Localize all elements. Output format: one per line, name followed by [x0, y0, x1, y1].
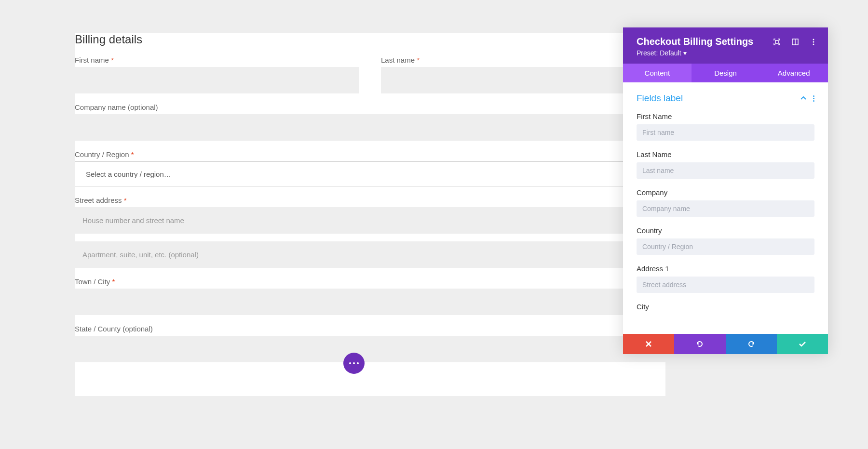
setting-city: City	[637, 303, 814, 311]
country-label-text: Country / Region	[75, 150, 129, 158]
more-icon[interactable]	[810, 38, 817, 46]
columns-icon[interactable]	[791, 38, 799, 46]
svg-point-5	[813, 43, 814, 45]
fab-more-button[interactable]	[343, 353, 365, 374]
state-label: State / County (optional)	[75, 325, 665, 333]
undo-icon	[696, 340, 704, 348]
section-more-icon[interactable]	[813, 95, 814, 102]
city-label: Town / City *	[75, 277, 665, 286]
panel-preset-text: Preset: Default	[637, 49, 681, 57]
country-select[interactable]: Select a country / region…	[75, 161, 665, 186]
chevron-up-icon[interactable]	[800, 96, 806, 100]
setting-last-name: Last Name	[637, 150, 814, 179]
undo-button[interactable]	[674, 334, 725, 354]
setting-input-country[interactable]	[637, 238, 814, 255]
setting-label: Company	[637, 188, 814, 197]
city-input[interactable]	[75, 289, 665, 315]
panel-header: Checkout Billing Settings	[623, 27, 828, 64]
setting-label: Address 1	[637, 264, 814, 273]
first-name-label: First name *	[75, 56, 359, 64]
street-label-text: Street address	[75, 196, 122, 204]
street-label: Street address *	[75, 196, 665, 204]
tab-content[interactable]: Content	[623, 64, 692, 82]
first-name-label-text: First name	[75, 56, 109, 64]
setting-label: First Name	[637, 112, 814, 120]
required-mark: *	[112, 277, 115, 286]
tab-design[interactable]: Design	[692, 64, 760, 82]
setting-input-address1[interactable]	[637, 277, 814, 293]
dot-icon	[357, 362, 359, 364]
state-input[interactable]	[75, 336, 665, 362]
first-name-input[interactable]	[75, 67, 359, 93]
form-title: Billing details	[75, 33, 665, 46]
setting-country: Country	[637, 226, 814, 255]
required-mark: *	[131, 150, 134, 158]
setting-first-name: First Name	[637, 112, 814, 141]
section-header: Fields label	[637, 93, 814, 104]
required-mark: *	[417, 56, 420, 64]
setting-input-company[interactable]	[637, 200, 814, 217]
cancel-button[interactable]	[623, 334, 674, 354]
company-label: Company name (optional)	[75, 103, 665, 111]
setting-input-first-name[interactable]	[637, 124, 814, 141]
dot-icon	[353, 362, 355, 364]
country-label: Country / Region *	[75, 150, 665, 158]
chevron-down-icon: ▾	[683, 49, 687, 57]
last-name-label-text: Last name	[381, 56, 415, 64]
panel-body[interactable]: Fields label First Name Last Name	[623, 82, 828, 334]
tab-advanced[interactable]: Advanced	[760, 64, 828, 82]
dot-icon	[349, 362, 351, 364]
required-mark: *	[111, 56, 114, 64]
setting-label: City	[637, 303, 814, 311]
svg-point-4	[813, 41, 814, 42]
expand-icon[interactable]	[773, 38, 781, 46]
settings-panel: Checkout Billing Settings	[623, 27, 828, 354]
setting-label: Last Name	[637, 150, 814, 158]
street-input-1[interactable]	[75, 207, 665, 234]
panel-title: Checkout Billing Settings	[637, 36, 753, 47]
street-input-2[interactable]	[75, 241, 665, 268]
svg-point-3	[813, 39, 814, 40]
check-icon	[799, 341, 806, 347]
setting-input-last-name[interactable]	[637, 162, 814, 179]
company-input[interactable]	[75, 114, 665, 141]
setting-label: Country	[637, 226, 814, 235]
required-mark: *	[124, 196, 127, 204]
section-title[interactable]: Fields label	[637, 93, 683, 104]
save-button[interactable]	[777, 334, 828, 354]
country-placeholder: Select a country / region…	[86, 170, 171, 178]
close-icon	[645, 341, 652, 347]
setting-address1: Address 1	[637, 264, 814, 293]
redo-icon	[747, 340, 755, 348]
city-label-text: Town / City	[75, 277, 110, 286]
panel-tabs: Content Design Advanced	[623, 64, 828, 82]
setting-company: Company	[637, 188, 814, 217]
panel-preset[interactable]: Preset: Default ▾	[637, 49, 817, 57]
billing-form: Billing details First name * Last name *…	[75, 33, 665, 396]
svg-rect-0	[775, 40, 778, 43]
redo-button[interactable]	[726, 334, 777, 354]
panel-footer	[623, 334, 828, 354]
